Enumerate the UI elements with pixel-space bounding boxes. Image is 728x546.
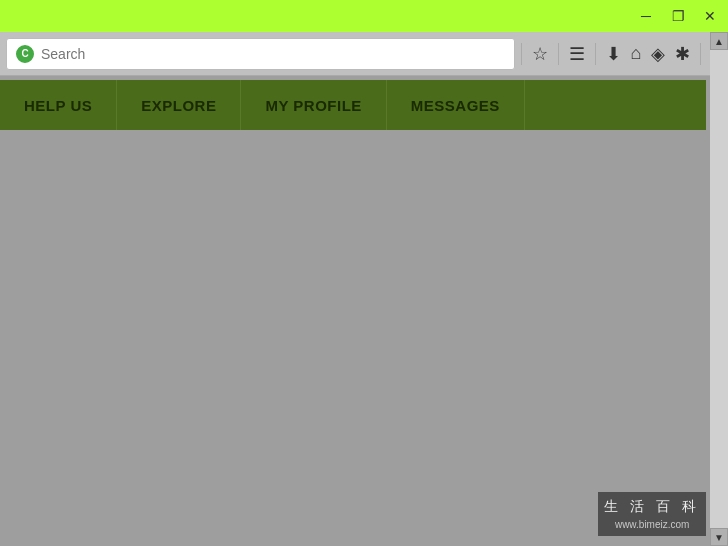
scroll-down-button[interactable]: ▼ bbox=[710, 528, 728, 546]
restore-button[interactable]: ❐ bbox=[668, 6, 688, 26]
browser-toolbar: ☆ ☰ ⬇ ⌂ ◈ ✱ ≡ bbox=[0, 32, 728, 76]
search-input[interactable] bbox=[41, 46, 506, 62]
nav-bar: HELP US EXPLORE MY PROFILE MESSAGES bbox=[0, 80, 706, 130]
separator-1 bbox=[521, 43, 522, 65]
tools-icon[interactable]: ✱ bbox=[675, 43, 690, 65]
nav-item-my-profile[interactable]: MY PROFILE bbox=[241, 80, 386, 130]
nav-item-explore[interactable]: EXPLORE bbox=[117, 80, 241, 130]
close-button[interactable]: ✕ bbox=[700, 6, 720, 26]
download-icon[interactable]: ⬇ bbox=[606, 43, 621, 65]
nav-item-help-us[interactable]: HELP US bbox=[0, 80, 117, 130]
watermark-line2: www.bimeiz.com bbox=[604, 517, 700, 532]
home-icon[interactable]: ⌂ bbox=[631, 43, 642, 64]
separator-2 bbox=[558, 43, 559, 65]
browser-logo bbox=[16, 45, 34, 63]
nav-item-messages[interactable]: MESSAGES bbox=[387, 80, 525, 130]
scroll-track[interactable] bbox=[710, 50, 728, 528]
watermark: 生 活 百 科 www.bimeiz.com bbox=[598, 492, 706, 536]
pocket-icon[interactable]: ◈ bbox=[651, 43, 665, 65]
bookmark-icon[interactable]: ☆ bbox=[532, 43, 548, 65]
browser-logo-icon bbox=[15, 44, 35, 64]
separator-3 bbox=[595, 43, 596, 65]
toolbar-icons: ☆ ☰ ⬇ ⌂ ◈ ✱ ≡ bbox=[521, 43, 722, 65]
title-bar: ─ ❐ ✕ bbox=[0, 0, 728, 32]
search-bar[interactable] bbox=[6, 38, 515, 70]
watermark-line1: 生 活 百 科 bbox=[604, 496, 700, 517]
separator-4 bbox=[700, 43, 701, 65]
scroll-up-button[interactable]: ▲ bbox=[710, 32, 728, 50]
scrollbar-right: ▲ ▼ bbox=[710, 32, 728, 546]
content-area bbox=[0, 130, 706, 500]
reader-icon[interactable]: ☰ bbox=[569, 43, 585, 65]
minimize-button[interactable]: ─ bbox=[636, 6, 656, 26]
